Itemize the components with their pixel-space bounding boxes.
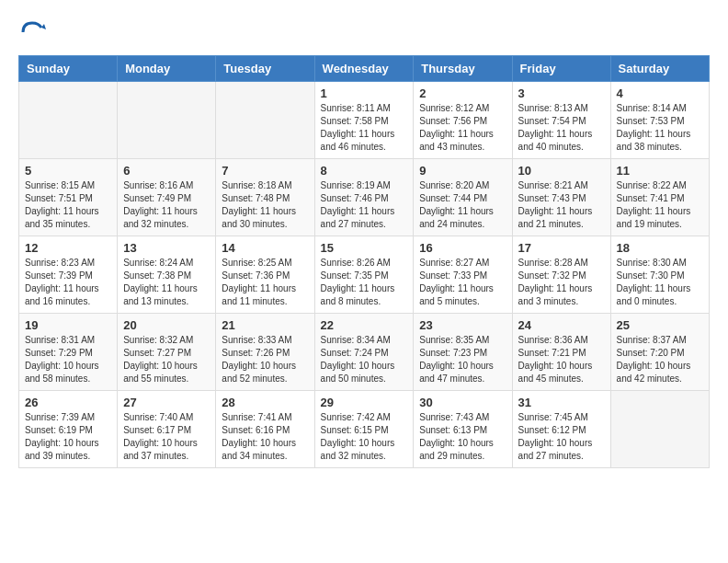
day-info: Sunrise: 8:11 AM Sunset: 7:58 PM Dayligh… [321,102,408,154]
day-info: Sunrise: 8:34 AM Sunset: 7:24 PM Dayligh… [321,334,408,385]
day-number: 8 [321,164,408,178]
day-number: 24 [518,318,605,332]
day-number: 17 [518,241,605,255]
day-number: 4 [617,86,703,100]
page-header [18,18,710,46]
calendar-cell: 12Sunrise: 8:23 AM Sunset: 7:39 PM Dayli… [19,236,118,314]
calendar-week-row: 12Sunrise: 8:23 AM Sunset: 7:39 PM Dayli… [19,236,710,314]
calendar-cell: 25Sunrise: 8:37 AM Sunset: 7:20 PM Dayli… [610,314,709,391]
day-number: 7 [222,164,308,178]
calendar-table: SundayMondayTuesdayWednesdayThursdayFrid… [18,55,710,468]
day-info: Sunrise: 7:40 AM Sunset: 6:17 PM Dayligh… [123,411,210,463]
day-number: 3 [518,86,605,100]
day-number: 22 [321,318,408,332]
day-info: Sunrise: 8:31 AM Sunset: 7:29 PM Dayligh… [25,334,111,385]
day-info: Sunrise: 8:13 AM Sunset: 7:54 PM Dayligh… [518,102,605,154]
day-info: Sunrise: 7:43 AM Sunset: 6:13 PM Dayligh… [419,411,506,463]
day-info: Sunrise: 8:28 AM Sunset: 7:32 PM Dayligh… [518,257,605,308]
calendar-cell: 7Sunrise: 8:18 AM Sunset: 7:48 PM Daylig… [216,159,314,236]
day-info: Sunrise: 7:39 AM Sunset: 6:19 PM Dayligh… [25,411,111,463]
day-info: Sunrise: 8:24 AM Sunset: 7:38 PM Dayligh… [123,257,210,308]
day-info: Sunrise: 8:37 AM Sunset: 7:20 PM Dayligh… [617,334,703,385]
calendar-header-row: SundayMondayTuesdayWednesdayThursdayFrid… [19,56,710,82]
calendar-cell: 4Sunrise: 8:14 AM Sunset: 7:53 PM Daylig… [610,82,709,159]
calendar-cell: 3Sunrise: 8:13 AM Sunset: 7:54 PM Daylig… [512,82,610,159]
calendar-week-row: 1Sunrise: 8:11 AM Sunset: 7:58 PM Daylig… [19,82,710,159]
day-info: Sunrise: 8:27 AM Sunset: 7:33 PM Dayligh… [419,257,506,308]
day-info: Sunrise: 8:36 AM Sunset: 7:21 PM Dayligh… [518,334,605,385]
day-info: Sunrise: 7:41 AM Sunset: 6:16 PM Dayligh… [222,411,308,463]
day-info: Sunrise: 8:15 AM Sunset: 7:51 PM Dayligh… [25,179,111,231]
day-number: 5 [25,164,111,178]
calendar-cell [610,391,709,468]
day-number: 10 [518,164,605,178]
calendar-cell: 13Sunrise: 8:24 AM Sunset: 7:38 PM Dayli… [118,236,216,314]
weekday-header-tuesday: Tuesday [216,56,314,82]
day-number: 16 [419,241,506,255]
weekday-header-wednesday: Wednesday [314,56,414,82]
day-info: Sunrise: 8:16 AM Sunset: 7:49 PM Dayligh… [123,179,210,231]
calendar-cell: 15Sunrise: 8:26 AM Sunset: 7:35 PM Dayli… [314,236,414,314]
calendar-cell: 28Sunrise: 7:41 AM Sunset: 6:16 PM Dayli… [216,391,314,468]
calendar-cell: 26Sunrise: 7:39 AM Sunset: 6:19 PM Dayli… [19,391,118,468]
logo-icon [18,18,46,46]
calendar-cell [216,82,314,159]
calendar-cell: 11Sunrise: 8:22 AM Sunset: 7:41 PM Dayli… [610,159,709,236]
day-info: Sunrise: 8:35 AM Sunset: 7:23 PM Dayligh… [419,334,506,385]
calendar-cell: 2Sunrise: 8:12 AM Sunset: 7:56 PM Daylig… [414,82,512,159]
calendar-cell [19,82,118,159]
day-number: 6 [123,164,210,178]
day-number: 28 [222,396,308,409]
day-number: 13 [123,241,210,255]
calendar-week-row: 26Sunrise: 7:39 AM Sunset: 6:19 PM Dayli… [19,391,710,468]
calendar-cell [118,82,216,159]
calendar-cell: 24Sunrise: 8:36 AM Sunset: 7:21 PM Dayli… [512,314,610,391]
calendar-cell: 19Sunrise: 8:31 AM Sunset: 7:29 PM Dayli… [19,314,118,391]
day-info: Sunrise: 8:26 AM Sunset: 7:35 PM Dayligh… [321,257,408,308]
day-number: 27 [123,396,210,409]
calendar-cell: 8Sunrise: 8:19 AM Sunset: 7:46 PM Daylig… [314,159,414,236]
day-number: 25 [617,318,703,332]
day-number: 1 [321,86,408,100]
calendar-cell: 29Sunrise: 7:42 AM Sunset: 6:15 PM Dayli… [314,391,414,468]
calendar-cell: 9Sunrise: 8:20 AM Sunset: 7:44 PM Daylig… [414,159,512,236]
calendar-cell: 20Sunrise: 8:32 AM Sunset: 7:27 PM Dayli… [118,314,216,391]
day-number: 15 [321,241,408,255]
day-number: 19 [25,318,111,332]
calendar-cell: 30Sunrise: 7:43 AM Sunset: 6:13 PM Dayli… [414,391,512,468]
day-number: 9 [419,164,506,178]
weekday-header-thursday: Thursday [414,56,512,82]
day-info: Sunrise: 8:21 AM Sunset: 7:43 PM Dayligh… [518,179,605,231]
calendar-cell: 1Sunrise: 8:11 AM Sunset: 7:58 PM Daylig… [314,82,414,159]
day-number: 26 [25,396,111,409]
calendar-cell: 23Sunrise: 8:35 AM Sunset: 7:23 PM Dayli… [414,314,512,391]
day-info: Sunrise: 8:22 AM Sunset: 7:41 PM Dayligh… [617,179,703,231]
weekday-header-friday: Friday [512,56,610,82]
day-number: 2 [419,86,506,100]
day-info: Sunrise: 8:12 AM Sunset: 7:56 PM Dayligh… [419,102,506,154]
weekday-header-saturday: Saturday [610,56,709,82]
day-info: Sunrise: 8:18 AM Sunset: 7:48 PM Dayligh… [222,179,308,231]
day-info: Sunrise: 8:14 AM Sunset: 7:53 PM Dayligh… [617,102,703,154]
calendar-cell: 10Sunrise: 8:21 AM Sunset: 7:43 PM Dayli… [512,159,610,236]
calendar-cell: 31Sunrise: 7:45 AM Sunset: 6:12 PM Dayli… [512,391,610,468]
calendar-cell: 21Sunrise: 8:33 AM Sunset: 7:26 PM Dayli… [216,314,314,391]
day-number: 23 [419,318,506,332]
day-info: Sunrise: 7:45 AM Sunset: 6:12 PM Dayligh… [518,411,605,463]
calendar-cell: 22Sunrise: 8:34 AM Sunset: 7:24 PM Dayli… [314,314,414,391]
day-number: 30 [419,396,506,409]
day-number: 14 [222,241,308,255]
day-info: Sunrise: 8:25 AM Sunset: 7:36 PM Dayligh… [222,257,308,308]
calendar-cell: 6Sunrise: 8:16 AM Sunset: 7:49 PM Daylig… [118,159,216,236]
day-number: 31 [518,396,605,409]
day-number: 20 [123,318,210,332]
day-info: Sunrise: 7:42 AM Sunset: 6:15 PM Dayligh… [321,411,408,463]
calendar-week-row: 19Sunrise: 8:31 AM Sunset: 7:29 PM Dayli… [19,314,710,391]
day-number: 12 [25,241,111,255]
weekday-header-sunday: Sunday [19,56,118,82]
calendar-week-row: 5Sunrise: 8:15 AM Sunset: 7:51 PM Daylig… [19,159,710,236]
day-info: Sunrise: 8:30 AM Sunset: 7:30 PM Dayligh… [617,257,703,308]
day-info: Sunrise: 8:23 AM Sunset: 7:39 PM Dayligh… [25,257,111,308]
day-number: 29 [321,396,408,409]
day-number: 18 [617,241,703,255]
